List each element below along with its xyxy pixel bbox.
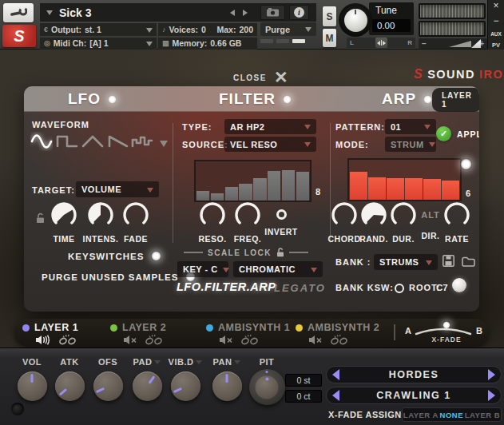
load-bank-button[interactable] [462,256,475,270]
arp-step-table[interactable] [347,158,462,201]
pitch-cent-value[interactable]: 0 ct [285,390,322,403]
volume-slider[interactable]: − + [419,38,487,49]
bank-ksw-radio-icon[interactable] [395,284,404,293]
saw-wave-icon[interactable] [107,132,129,154]
pan-knob[interactable]: PAN [204,357,249,401]
filter-step-table[interactable] [194,160,312,202]
filter-step-bar[interactable] [225,187,238,201]
vibd-knob-dial[interactable] [171,371,200,401]
pan-slider[interactable]: L R [347,38,415,48]
scale-lock-icon[interactable] [276,248,284,257]
pv-button[interactable]: PV [492,42,500,49]
output-caret-icon[interactable] [146,28,153,36]
filter-source-dropdown[interactable]: VEL RESO [224,137,316,152]
output-row[interactable]: € Output: st. 1 [40,23,157,36]
pitch-semitone-value[interactable]: 0 st [285,374,322,387]
tune-value[interactable]: 0.00 [372,19,411,32]
lfo-fade-knob[interactable]: FADE [114,200,157,244]
save-bank-button[interactable] [442,255,454,270]
xfade-option-layer-b[interactable]: LAYER B [465,411,500,419]
layer-mute-button[interactable] [123,334,137,348]
arp-step-bar[interactable] [423,179,441,200]
arp-enable-led[interactable] [423,95,432,104]
volume-handle[interactable] [471,39,481,48]
layer-link-button[interactable] [240,334,259,348]
filter-type-dropdown[interactable]: AR HP2 [224,119,316,134]
pattern-dropdown[interactable]: 01 [385,119,436,134]
vibd-knob[interactable]: VIB.D [163,357,208,401]
key-dropdown[interactable]: KEY - C [177,261,228,277]
close-window-button[interactable]: × [493,1,498,11]
xfade-option-layer-a[interactable]: LAYER A [403,411,439,419]
volume-minus[interactable]: − [422,39,427,48]
purge-dropdown[interactable]: Purge [260,22,316,36]
tune-knob[interactable] [339,3,372,37]
next-preset-icon[interactable] [488,369,495,380]
arp-rate-knob[interactable]: RATE [435,200,478,244]
vol-knob-dial[interactable] [18,371,47,401]
layer-mute-button[interactable] [308,334,323,348]
root-value[interactable]: C7 [436,283,448,292]
solo-button[interactable]: S [323,6,336,26]
max-value[interactable]: 200 [239,25,253,34]
filter-step-bar[interactable] [253,178,266,201]
mode-dropdown[interactable]: STRUM [385,137,436,152]
arp-step-bar[interactable] [368,177,386,200]
dropdown-caret-icon[interactable] [154,360,161,367]
xfade-handle[interactable] [442,321,450,329]
layer-name-row[interactable]: LAYER 2 [110,322,166,333]
random-wave-icon[interactable] [131,132,153,154]
purge-unused-toggle[interactable]: PURGE UNUSED SAMPLES [42,272,196,282]
layer-unmute-button[interactable] [35,334,51,348]
pad-knob-dial[interactable] [133,371,162,401]
square-wave-icon[interactable] [56,132,78,154]
filter-step-bar[interactable] [268,171,280,201]
preset-selector-bottom[interactable]: CRAWLING 1 [326,387,502,404]
layer-name-row[interactable]: LAYER 1 [22,322,78,333]
prev-preset-icon[interactable] [332,369,339,380]
next-preset-icon[interactable] [488,390,495,401]
arp-step-bar[interactable] [350,172,367,200]
bank-dropdown[interactable]: STRUMS [374,254,438,270]
tab-legato[interactable]: LEGATO [274,282,326,294]
layer-name-row[interactable]: AMBISYNTH 1 [206,322,290,333]
arp-step-bar[interactable] [442,181,459,200]
aux-button[interactable]: AUX [490,31,502,37]
pan-knob-dial[interactable] [212,371,242,401]
sine-wave-icon[interactable] [30,132,53,154]
ofs-knob-dial[interactable] [93,371,123,401]
close-panel-button[interactable]: CLOSE ✕ [233,70,288,85]
mute-button[interactable]: M [323,29,336,47]
midi-caret-icon[interactable] [146,42,153,50]
dropdown-caret-icon[interactable] [196,360,202,367]
info-button[interactable]: i [289,5,309,20]
next-instrument-icon[interactable] [243,10,248,16]
lfo-enable-led[interactable] [108,95,117,104]
scale-dropdown[interactable]: CHROMATIC [233,261,323,277]
wrench-button[interactable] [3,3,34,22]
filter-step-bar[interactable] [296,172,309,201]
keyswitches-led[interactable] [151,251,161,261]
apply-check-icon[interactable]: ✓ [436,126,451,141]
apply-button[interactable]: ✓ APPLY [436,126,479,141]
snapshot-camera-button[interactable] [260,5,285,20]
filter-step-count[interactable]: 8 [315,187,320,197]
layer-name[interactable]: AMBISYNTH 2 [308,322,379,333]
root-ball-knob[interactable] [452,278,466,292]
preset-selector-top[interactable]: HORDES [326,366,502,383]
pitch-knob-inner[interactable] [256,375,279,399]
xfade-option-none[interactable]: NONE [440,411,463,419]
layer-link-button[interactable] [330,334,348,348]
layer-1-group[interactable]: LAYER 1 [22,322,78,348]
arp-step-count[interactable]: 6 [466,189,470,198]
layer-name[interactable]: AMBISYNTH 1 [218,322,290,333]
tab-lfo-filter-arp[interactable]: LFO.FILTER.ARP [177,280,276,293]
filter-enable-led[interactable] [283,95,292,104]
invert-radio-icon[interactable] [276,209,287,220]
layer-link-button[interactable] [145,334,163,348]
collapse-caret-icon[interactable] [46,10,53,18]
layer-name-row[interactable]: AMBISYNTH 2 [296,322,379,333]
ambisynth-2-group[interactable]: AMBISYNTH 2 [296,322,379,348]
layer-name[interactable]: LAYER 1 [34,322,78,333]
filter-step-bar[interactable] [282,170,295,201]
